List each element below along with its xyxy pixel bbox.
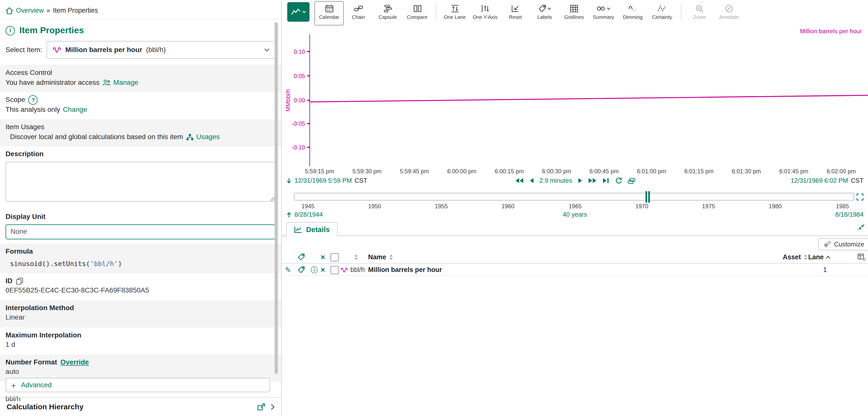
toolbar-button-label: Summary xyxy=(593,14,614,20)
investigate-range-start[interactable]: 8/28/1944 xyxy=(294,211,323,218)
toolbar-one-y-axis-button[interactable]: One Y-Axis xyxy=(469,1,501,25)
item-tag-icon[interactable] xyxy=(297,264,305,276)
compare-icon xyxy=(413,4,422,13)
x-axis-labels[interactable]: 5:59:15 pm 5:59:30 pm 5:59:45 pm 6:00:00… xyxy=(309,168,868,176)
assign-label-icon[interactable] xyxy=(297,251,305,263)
toolbar-one-lane-button[interactable]: One Lane xyxy=(440,1,469,25)
id-label: ID xyxy=(5,276,276,286)
toolbar-button-label: Annotate xyxy=(719,14,739,20)
breadcrumb-overview-link[interactable]: Overview xyxy=(16,7,44,14)
home-icon[interactable] xyxy=(5,7,13,14)
item-info-icon[interactable]: ⓘ xyxy=(311,264,318,276)
column-header-name[interactable]: Name xyxy=(368,251,394,263)
toolbar-capsule-button[interactable]: Capsule xyxy=(373,1,402,25)
year-tick: 1980 xyxy=(769,203,781,209)
display-unit-label: Display Unit xyxy=(5,212,276,222)
investigate-start-arrow-icon xyxy=(286,211,291,218)
toolbar-button-label: Capsule xyxy=(378,14,397,20)
trend-view-dropdown-button[interactable] xyxy=(287,2,309,22)
usages-link[interactable]: Usages xyxy=(196,132,220,142)
timeline-selection-handle[interactable] xyxy=(646,191,650,203)
x-tick: 6:01:45 pm xyxy=(779,168,808,175)
toolbar-gridlines-button[interactable]: Gridlines xyxy=(559,1,589,25)
x-tick: 5:59:45 pm xyxy=(400,168,429,175)
timeline-expand-icon[interactable] xyxy=(856,194,864,202)
remove-item-icon[interactable]: × xyxy=(320,264,325,276)
remove-all-icon[interactable]: × xyxy=(320,251,325,263)
change-scope-link[interactable]: Change xyxy=(63,105,87,115)
customize-button[interactable]: Customize xyxy=(818,238,868,250)
chevron-right-icon[interactable] xyxy=(271,404,275,410)
x-tick: 6:00:15 pm xyxy=(495,168,524,175)
scope-title: Scope ? xyxy=(5,95,276,105)
x-tick: 6:01:00 pm xyxy=(637,168,666,175)
display-range-duration[interactable]: 2.9 minutes xyxy=(539,177,572,184)
toolbar-chain-button[interactable]: Chain xyxy=(344,1,373,25)
manage-access-link[interactable]: Manage xyxy=(114,78,138,88)
copy-icon[interactable] xyxy=(16,278,23,285)
formula-code-head: sinusoid().setUnits( xyxy=(10,260,90,267)
investigate-timeline-track[interactable] xyxy=(294,193,855,201)
toolbar-calendar-button[interactable]: Calendar xyxy=(314,1,344,25)
display-unit-input[interactable] xyxy=(5,224,276,239)
toolbar-certainty-button[interactable]: Certainty xyxy=(648,1,677,25)
collapse-details-icon[interactable] xyxy=(858,224,865,232)
toolbar-button-label: Reset xyxy=(509,14,522,20)
capsule-icon xyxy=(383,4,392,13)
users-icon xyxy=(102,79,111,86)
x-tick: 5:59:15 pm xyxy=(305,168,334,175)
advanced-button-label: Advanced xyxy=(21,381,52,389)
external-link-icon[interactable] xyxy=(257,403,265,411)
fast-forward-icon[interactable] xyxy=(588,178,597,183)
toolbar-labels-button[interactable]: Labels xyxy=(530,1,559,25)
sort-icon[interactable] xyxy=(353,251,360,263)
x-tick: 6:01:30 pm xyxy=(732,168,761,175)
x-tick: 5:59:30 pm xyxy=(352,168,381,175)
investigate-range-duration[interactable]: 40 years xyxy=(563,211,587,218)
labels-icon xyxy=(538,4,551,13)
display-range-start[interactable]: 12/31/1969 5:59 PM xyxy=(294,177,352,184)
page-title: Item Properties xyxy=(19,26,84,35)
rewind-icon[interactable] xyxy=(515,178,523,183)
series-legend[interactable]: Million barrels per hour xyxy=(800,28,862,34)
column-config-icon[interactable] xyxy=(858,251,866,263)
y-axis-labels[interactable]: 0.10 0.05 0.00 -0.05 -0.10 xyxy=(282,34,307,166)
toolbar-reset-button[interactable]: Reset xyxy=(501,1,530,25)
toolbar-zoom-button[interactable]: Zoom xyxy=(685,1,714,25)
help-icon[interactable]: ? xyxy=(29,95,38,105)
copy-range-icon[interactable] xyxy=(628,178,636,184)
toolbar-compare-button[interactable]: Compare xyxy=(403,1,432,25)
calculation-hierarchy-title: Calculation Hierarchy xyxy=(7,403,84,411)
formula-code[interactable]: sinusoid().setUnits('bbl/h') xyxy=(5,259,276,269)
edit-pencil-icon[interactable]: ✎ xyxy=(285,264,291,276)
toolbar-button-label: Chain xyxy=(352,14,365,20)
investigate-range-end[interactable]: 8/18/1984 xyxy=(835,211,864,218)
number-format-override-link[interactable]: Override xyxy=(60,358,89,367)
y-tick-mark xyxy=(307,123,310,124)
signal-icon xyxy=(340,264,348,276)
description-input[interactable] xyxy=(5,161,276,201)
panel-header: i Item Properties xyxy=(0,19,281,38)
toolbar-summary-button[interactable]: Summary xyxy=(589,1,618,25)
step-forward-icon[interactable] xyxy=(578,178,583,183)
toolbar-annotate-button[interactable]: Annotate xyxy=(714,1,744,25)
sort-asc-icon xyxy=(826,255,831,259)
select-all-checkbox[interactable] xyxy=(331,251,339,263)
caret-down-icon xyxy=(548,7,551,10)
step-back-icon[interactable] xyxy=(529,178,534,183)
details-table-row[interactable]: ✎ ⓘ × bbl/h Million barrels per hour 1 xyxy=(282,264,868,276)
item-select-dropdown[interactable]: Million barrels per hour (bbl/h) xyxy=(46,41,276,59)
calculation-hierarchy-bar[interactable]: Calculation Hierarchy xyxy=(0,397,281,416)
advanced-button[interactable]: + Advanced xyxy=(5,378,270,392)
column-header-lane[interactable]: Lane xyxy=(808,251,831,263)
display-range-end[interactable]: 12/31/1969 6:02 PM xyxy=(791,177,848,184)
trend-plot-area[interactable] xyxy=(309,34,868,166)
toolbar-dimming-button[interactable]: Dimming xyxy=(618,1,647,25)
number-format-label: Number Format Override xyxy=(5,358,276,367)
row-checkbox[interactable] xyxy=(331,264,339,276)
tab-details[interactable]: Details xyxy=(286,222,337,237)
left-panel-scrollbar[interactable] xyxy=(275,22,278,374)
column-header-asset[interactable]: Asset xyxy=(783,251,809,263)
refresh-icon[interactable] xyxy=(615,177,622,184)
skip-to-end-icon[interactable] xyxy=(603,178,609,183)
